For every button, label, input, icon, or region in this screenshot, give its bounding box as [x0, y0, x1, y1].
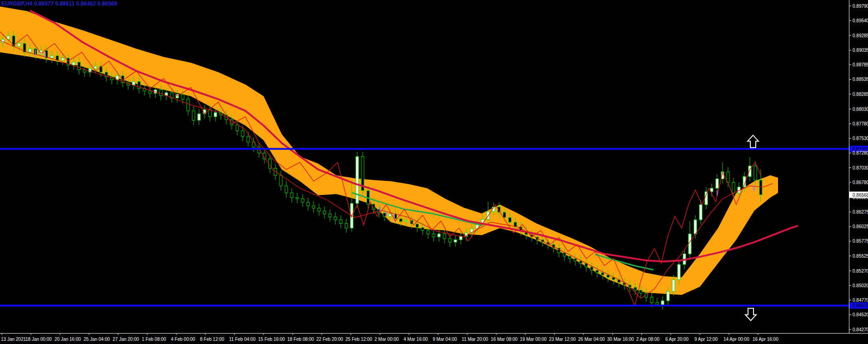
time-axis-label: 27 Jan 20:00 [113, 337, 139, 342]
candle-body [759, 180, 762, 195]
candle-body [279, 175, 282, 186]
time-axis-label: 25 Feb 12:00 [345, 337, 372, 342]
down-arrow-object[interactable] [745, 308, 756, 320]
time-axis-label: 16 Mar 08:00 [491, 337, 518, 342]
candle-body [94, 66, 97, 69]
support-price-tag-label: 0.84678 [853, 303, 868, 308]
time-axis-label: 2 Apr 08:00 [636, 337, 660, 342]
price-axis-label: 0.89285 [853, 33, 868, 38]
candle-body [61, 58, 64, 60]
price-axis-label: 0.89540 [853, 18, 868, 23]
candle-body [307, 202, 309, 206]
candle-body [639, 290, 642, 294]
candle-body [694, 220, 697, 234]
time-axis-label: 18 Feb 08:00 [287, 337, 314, 342]
candle-body [149, 91, 151, 93]
candle-body [323, 211, 326, 214]
price-axis-label: 0.85270 [853, 269, 868, 274]
candle-body [590, 267, 593, 270]
current-price-tag-label: 0.86568 [853, 193, 868, 198]
candle-body [356, 157, 359, 204]
candle-body [399, 219, 402, 222]
price-axis-label: 0.88785 [853, 62, 868, 67]
candle-body [383, 213, 386, 216]
up-arrow-object[interactable] [748, 135, 758, 148]
candle-body [334, 217, 337, 219]
candle-body [601, 273, 604, 275]
candle-body [181, 95, 184, 99]
candle-body [192, 111, 195, 120]
candle-body [312, 206, 315, 208]
candle-body [716, 179, 718, 189]
time-axis-label: 2 Mar 00:00 [374, 337, 399, 342]
candle-body [241, 131, 244, 137]
time-axis-label: 20 Jan 16:00 [55, 337, 81, 342]
time-axis-label: 13 Jan 2021 [1, 337, 26, 342]
candle-body [50, 56, 53, 58]
time-axis-label: 14 Apr 00:00 [723, 337, 749, 342]
candle-body [678, 264, 680, 280]
candle-body [296, 198, 299, 199]
candle-body [607, 275, 609, 277]
candle-body [405, 220, 408, 222]
price-chart-canvas[interactable]: 0.873510.846780.897900.895400.892850.890… [0, 0, 868, 344]
price-axis-label: 0.89035 [853, 48, 868, 53]
candle-body [498, 207, 500, 213]
time-axis-label: 6 Apr 20:00 [665, 337, 689, 342]
candle-body [318, 208, 320, 211]
time-axis-label: 4 Feb 00:00 [171, 337, 195, 342]
candle-body [509, 218, 511, 222]
support-line[interactable] [0, 304, 849, 306]
candle-body [214, 113, 217, 117]
time-axis-label: 26 Mar 04:00 [578, 337, 605, 342]
price-axis-label: 0.88535 [853, 77, 868, 82]
price-axis-label: 0.87530 [853, 136, 868, 141]
price-axis-label: 0.84270 [853, 327, 868, 332]
candle-body [667, 291, 669, 301]
candle-body [634, 287, 637, 290]
candle-body [688, 234, 691, 254]
price-axis-label: 0.84520 [853, 312, 868, 317]
time-axis-label: 1 Feb 08:00 [142, 337, 166, 342]
price-axis-label: 0.87780 [853, 121, 868, 126]
time-axis-label: 11 Feb 04:00 [229, 337, 256, 342]
candle-body [72, 62, 75, 65]
candle-body [247, 137, 249, 142]
price-axis-label: 0.85020 [853, 283, 868, 288]
time-axis-label: 19 Mar 00:00 [520, 337, 547, 342]
candle-body [427, 230, 429, 234]
candle-body [661, 301, 664, 305]
candle-body [672, 279, 675, 291]
candle-body [198, 114, 200, 120]
candle-body [18, 44, 20, 46]
candle-body [285, 186, 288, 193]
time-axis-label: 11 Mar 20:00 [462, 337, 489, 342]
candle-body [656, 303, 658, 305]
candle-body [236, 125, 239, 131]
candle-body [78, 62, 80, 70]
red-slow-line [0, 40, 773, 299]
candle-body [301, 199, 304, 202]
candle-body [345, 224, 348, 228]
candle-body [699, 204, 702, 220]
time-axis-label: 15 Feb 16:00 [258, 337, 285, 342]
candle-body [705, 192, 708, 204]
time-axis-label: 9 Mar 04:00 [433, 337, 457, 342]
chart-title: EURGBP,H4 0.86577 0.86611 0.86462 0.8656… [1, 0, 117, 7]
candle-body [389, 214, 391, 216]
candle-body [574, 259, 577, 261]
candle-body [29, 49, 31, 52]
candle-body [459, 236, 462, 240]
price-axis-label: 0.86275 [853, 209, 868, 214]
candle-body [160, 90, 162, 96]
candle-body [503, 212, 506, 218]
time-axis-label: 18 Jan 00:00 [25, 337, 52, 342]
resistance-line[interactable] [0, 148, 849, 150]
price-axis-label: 0.86025 [853, 224, 868, 229]
price-axis-label: 0.86780 [853, 180, 868, 185]
candle-body [290, 193, 293, 198]
time-axis-label: 25 Jan 04:00 [84, 337, 110, 342]
price-axis-label: 0.84770 [853, 298, 868, 303]
candle-body [438, 234, 440, 237]
time-axis-label: 9 Apr 12:00 [694, 337, 718, 342]
